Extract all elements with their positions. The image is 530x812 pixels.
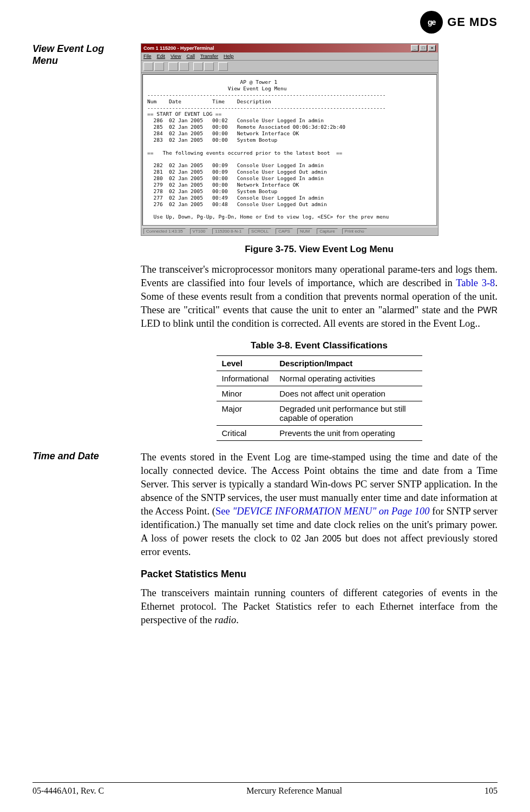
new-icon[interactable] [143, 62, 153, 71]
titlebar: Com 1 115200 - HyperTerminal _ □ × [141, 44, 438, 52]
sidebar-heading-time-date: Time and Date [32, 451, 130, 463]
footer-pagenum: 105 [485, 786, 498, 796]
sidebar-heading-view-event-log: View Event Log Menu [32, 43, 130, 67]
header-logo: ge GE MDS [420, 11, 498, 34]
page-footer: 05-4446A01, Rev. C Mercury Reference Man… [32, 782, 498, 796]
see-link: See [215, 506, 232, 517]
hangup-icon[interactable] [179, 62, 189, 71]
brand-text: GE MDS [447, 15, 498, 29]
table-3-8-link[interactable]: Table 3-8 [456, 278, 495, 288]
table-row: MinorDoes not affect unit operation [217, 386, 422, 401]
toolbar [141, 61, 438, 73]
status-num: NUM [297, 228, 312, 234]
date-literal: 02 Jan 2005 [291, 534, 342, 543]
packet-statistics-heading: Packet Statistics Menu [141, 569, 498, 580]
paragraph-1: The transceiver's microprocessor monitor… [141, 263, 498, 331]
call-icon[interactable] [168, 62, 178, 71]
menu-view[interactable]: View [171, 54, 181, 59]
table-row: MajorDegraded unit performance but still… [217, 401, 422, 425]
status-port: 115200 8-N-1 [212, 228, 244, 234]
minimize-button[interactable]: _ [411, 45, 418, 51]
status-echo: Print echo [342, 228, 367, 234]
table-caption: Table 3-8. Event Classifications [141, 340, 498, 351]
table-row: InformationalNormal operating activities [217, 371, 422, 386]
window-title: Com 1 115200 - HyperTerminal [143, 45, 214, 51]
properties-icon[interactable] [218, 62, 228, 71]
menu-edit[interactable]: Edit [157, 54, 166, 59]
menu-call[interactable]: Call [186, 54, 195, 59]
close-button[interactable]: × [428, 45, 436, 51]
event-classifications-table: Level Description/Impact InformationalNo… [217, 355, 422, 441]
status-emulation: VT100 [190, 228, 208, 234]
menu-help[interactable]: Help [224, 54, 234, 59]
device-info-link[interactable]: "DEVICE INFORMATION MENU" on Page 100 [232, 506, 429, 517]
status-scroll: SCROLL [248, 228, 271, 234]
figure-caption: Figure 3-75. View Event Log Menu [141, 244, 498, 255]
paragraph-3: The transceivers maintain running counte… [141, 586, 498, 627]
send-icon[interactable] [193, 62, 203, 71]
hyperterminal-window: Com 1 115200 - HyperTerminal _ □ × File … [141, 43, 439, 236]
menubar: File Edit View Call Transfer Help [141, 52, 438, 61]
table-header-level: Level [217, 355, 274, 371]
statusbar: Connected 1:43:35 VT100 115200 8-N-1 SCR… [141, 227, 438, 235]
terminal-output[interactable]: AP @ Tower 1 View Event Log Menu -------… [142, 74, 437, 226]
menu-file[interactable]: File [143, 54, 152, 59]
menu-transfer[interactable]: Transfer [200, 54, 218, 59]
pwr-label: PWR [477, 306, 498, 315]
ge-monogram-icon: ge [420, 11, 443, 34]
maximize-button[interactable]: □ [420, 45, 427, 51]
table-header-desc: Description/Impact [274, 355, 422, 371]
radio-emphasis: radio [214, 615, 236, 625]
status-connected: Connected 1:43:35 [143, 228, 186, 234]
status-capture: Capture [317, 228, 337, 234]
footer-docid: 05-4446A01, Rev. C [32, 786, 104, 796]
open-icon[interactable] [154, 62, 164, 71]
table-row: CriticalPrevents the unit from operating [217, 425, 422, 440]
footer-title: Mercury Reference Manual [246, 786, 342, 796]
receive-icon[interactable] [204, 62, 214, 71]
paragraph-2: The events stored in the Event Log are t… [141, 451, 498, 559]
status-caps: CAPS [276, 228, 293, 234]
